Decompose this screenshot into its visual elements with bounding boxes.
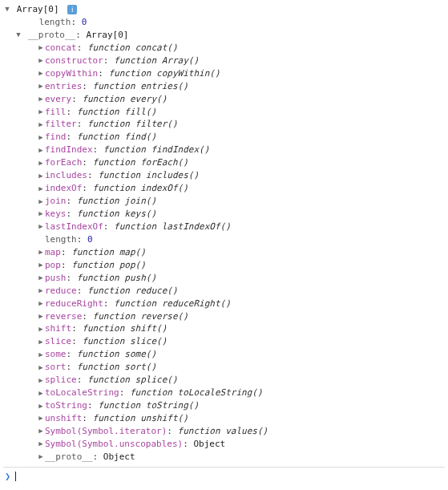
tree-row[interactable]: unshift: function unshift(): [3, 412, 445, 425]
colon: :: [183, 439, 193, 449]
chevron-right-icon[interactable]: [37, 337, 45, 347]
function-name: find(): [124, 132, 156, 142]
tree-row-root[interactable]: Array[0] i: [3, 3, 445, 16]
function-name: every(): [130, 94, 167, 104]
chevron-down-icon[interactable]: [3, 4, 11, 14]
colon: :: [77, 375, 87, 385]
colon: :: [67, 132, 77, 142]
tree-row[interactable]: shift: function shift(): [3, 322, 445, 335]
tree-row[interactable]: slice: function slice(): [3, 335, 445, 348]
chevron-right-icon[interactable]: [37, 452, 45, 462]
tree-row[interactable]: copyWithin: function copyWithin(): [3, 67, 445, 80]
chevron-right-icon[interactable]: [37, 413, 45, 423]
tree-row[interactable]: includes: function includes(): [3, 169, 445, 182]
chevron-right-icon[interactable]: [37, 350, 45, 360]
tree-row[interactable]: reverse: function reverse(): [3, 310, 445, 323]
chevron-right-icon[interactable]: [37, 209, 45, 219]
chevron-right-icon[interactable]: [37, 107, 45, 117]
chevron-right-icon[interactable]: [37, 401, 45, 411]
tree-row[interactable]: length: 0: [3, 233, 445, 246]
function-keyword: function: [82, 94, 124, 104]
chevron-right-icon[interactable]: [37, 81, 45, 91]
chevron-right-icon[interactable]: [37, 196, 45, 207]
tree-row[interactable]: Symbol(Symbol.unscopables): Object: [3, 438, 445, 451]
tree-row[interactable]: sort: function sort(): [3, 361, 445, 374]
tree-row-proto[interactable]: __proto__: Array[0]: [3, 29, 445, 42]
chevron-right-icon[interactable]: [37, 43, 45, 53]
tree-row[interactable]: filter: function filter(): [3, 118, 445, 131]
property-key: concat: [45, 43, 77, 53]
tree-row[interactable]: reduce: function reduce(): [3, 285, 445, 298]
property-key: length: [39, 17, 71, 27]
chevron-right-icon[interactable]: [37, 171, 45, 181]
tree-row[interactable]: some: function some(): [3, 348, 445, 361]
property-key: forEach: [45, 157, 82, 168]
function-keyword: function: [82, 336, 124, 346]
chevron-right-icon[interactable]: [37, 388, 45, 399]
chevron-right-icon[interactable]: [37, 426, 45, 436]
chevron-right-icon[interactable]: [37, 184, 45, 194]
chevron-right-icon[interactable]: [37, 94, 45, 104]
tree-row[interactable]: Symbol(Symbol.iterator): function values…: [3, 425, 445, 438]
chevron-right-icon[interactable]: [37, 119, 45, 130]
chevron-right-icon[interactable]: [37, 439, 45, 449]
property-key: __proto__: [28, 30, 76, 40]
property-key: sort: [45, 362, 67, 372]
property-key: fill: [45, 107, 67, 117]
colon: :: [77, 43, 87, 53]
tree-row[interactable]: pop: function pop(): [3, 259, 445, 272]
property-value: Object: [103, 452, 135, 462]
function-keyword: function: [93, 183, 135, 193]
chevron-right-icon[interactable]: [37, 221, 45, 232]
property-key: reduce: [45, 285, 77, 296]
info-icon[interactable]: i: [67, 5, 77, 14]
function-keyword: function: [87, 119, 130, 129]
chevron-right-icon[interactable]: [37, 132, 45, 143]
property-key: splice: [45, 375, 77, 385]
tree-row[interactable]: toLocaleString: function toLocaleString(…: [3, 387, 445, 399]
chevron-right-icon[interactable]: [37, 298, 45, 309]
chevron-right-icon[interactable]: [37, 55, 45, 66]
chevron-right-icon[interactable]: [37, 362, 45, 373]
tree-row[interactable]: splice: function splice(): [3, 374, 445, 387]
tree-row[interactable]: reduceRight: function reduceRight(): [3, 298, 445, 310]
function-keyword: function: [93, 157, 135, 168]
chevron-right-icon[interactable]: [37, 260, 45, 270]
chevron-right-icon[interactable]: [37, 285, 45, 296]
chevron-right-icon[interactable]: [37, 273, 45, 283]
tree-row[interactable]: find: function find(): [3, 131, 445, 144]
property-key: indexOf: [45, 183, 82, 193]
chevron-right-icon[interactable]: [37, 375, 45, 386]
tree-row[interactable]: keys: function keys(): [3, 208, 445, 221]
console-prompt[interactable]: ❯: [3, 467, 445, 484]
tree-row[interactable]: entries: function entries(): [3, 80, 445, 93]
tree-row[interactable]: lastIndexOf: function lastIndexOf(): [3, 221, 445, 233]
tree-row[interactable]: map: function map(): [3, 246, 445, 259]
chevron-right-icon[interactable]: [37, 324, 45, 334]
function-name: keys(): [124, 209, 156, 219]
function-keyword: function: [93, 311, 135, 322]
tree-row-length[interactable]: length: 0: [3, 16, 445, 29]
tree-row[interactable]: concat: function concat(): [3, 42, 445, 55]
tree-row[interactable]: fill: function fill(): [3, 106, 445, 119]
chevron-right-icon[interactable]: [37, 247, 45, 257]
colon: :: [61, 247, 71, 257]
chevron-right-icon[interactable]: [37, 311, 45, 322]
chevron-down-icon[interactable]: [14, 30, 22, 40]
tree-row[interactable]: push: function push(): [3, 272, 445, 285]
tree-row[interactable]: constructor: function Array(): [3, 55, 445, 67]
tree-row[interactable]: join: function join(): [3, 195, 445, 208]
tree-row[interactable]: toString: function toString(): [3, 399, 445, 412]
chevron-right-icon[interactable]: [37, 68, 45, 79]
chevron-right-icon[interactable]: [37, 145, 45, 156]
tree-row[interactable]: indexOf: function indexOf(): [3, 182, 445, 195]
tree-row[interactable]: every: function every(): [3, 93, 445, 106]
property-key: push: [45, 273, 67, 283]
property-value: Object: [193, 439, 225, 449]
function-name: map(): [119, 247, 146, 257]
tree-row[interactable]: __proto__: Object: [3, 451, 445, 464]
tree-row[interactable]: findIndex: function findIndex(): [3, 144, 445, 156]
chevron-right-icon[interactable]: [37, 158, 45, 168]
property-key: entries: [45, 81, 82, 91]
tree-row[interactable]: forEach: function forEach(): [3, 156, 445, 169]
